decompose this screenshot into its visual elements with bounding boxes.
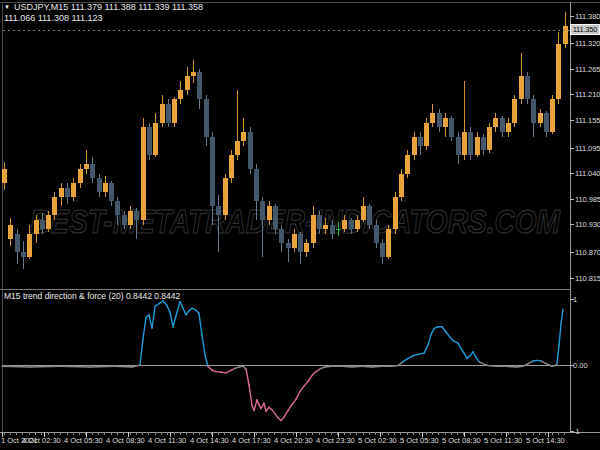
indicator-line-segment (458, 343, 461, 348)
header-values-line: 111.066 111.308 111.123 (4, 13, 103, 23)
indicator-line-segment (173, 312, 177, 327)
indicator-line-segment (155, 304, 159, 307)
current-price-box: 111.350 (570, 24, 600, 35)
candle (361, 206, 366, 220)
candle (2, 169, 7, 183)
candle (399, 174, 404, 197)
price-tick-label: 110.985 (575, 195, 600, 204)
candle (84, 164, 89, 169)
indicator-line-segment (528, 361, 533, 364)
candle (342, 220, 347, 229)
candle (59, 188, 64, 197)
price-tick-label: 111.380 (575, 12, 600, 21)
time-tick-label: 4 Oct 20:30 (274, 436, 313, 445)
candle (279, 229, 284, 243)
price-tick-label: 110.815 (575, 274, 600, 283)
indicator-line-segment (226, 370, 231, 373)
price-tick-label: 111.320 (575, 39, 600, 48)
indicator-line-segment (284, 411, 288, 418)
candle (481, 137, 486, 151)
chart-canvas[interactable]: BEST-METATRADER-INDICATORS.COM (0, 0, 600, 450)
candle (349, 220, 354, 229)
candle (134, 211, 139, 220)
candle (437, 113, 442, 127)
indicator-line-segment (266, 407, 269, 411)
candle (412, 137, 417, 156)
indicator-line-segment (506, 366, 516, 367)
candle (500, 118, 505, 132)
candle (556, 44, 561, 100)
candle (386, 229, 391, 257)
candle (456, 137, 461, 156)
symbol-ohlc-text: USDJPY,M15 111.379 111.388 111.339 111.3… (14, 2, 203, 12)
indicator-line-segment (264, 403, 266, 411)
indicator-line-segment (320, 367, 325, 369)
candle (449, 118, 454, 137)
price-tick-label: 111.095 (575, 144, 600, 153)
candle (191, 72, 196, 77)
candle (393, 197, 398, 229)
indicator-line-segment (408, 356, 413, 359)
candle (405, 155, 410, 174)
candle (544, 113, 549, 132)
indicator-line-segment (413, 354, 418, 355)
indicator-line-segment (557, 345, 559, 363)
candle (153, 123, 158, 155)
indicator-line-segment (304, 382, 308, 387)
indicator-line-segment (249, 385, 252, 405)
indicator-line-segment (446, 332, 450, 337)
indicator-line-segment (140, 339, 143, 365)
indicator-line-segment (167, 306, 170, 313)
candle (475, 137, 480, 156)
candle (147, 127, 152, 155)
candle (430, 113, 435, 122)
indicator-line-segment (143, 317, 146, 338)
candle (292, 234, 297, 248)
indicator-line-segment (559, 324, 561, 345)
indicator-line-segment (177, 302, 180, 313)
dropdown-arrow-icon[interactable]: ▼ (4, 3, 10, 12)
candle (493, 118, 498, 127)
time-tick-label: 4 Oct 17:30 (232, 436, 271, 445)
indicator-chart[interactable] (2, 301, 570, 420)
candle (506, 123, 511, 132)
candle (418, 137, 423, 146)
indicator-line-segment (257, 400, 259, 405)
indicator-line-segment (152, 306, 155, 328)
time-tick-label: 5 Oct 02:30 (358, 436, 397, 445)
time-tick-label: 4 Oct 02:30 (22, 436, 61, 445)
indicator-line-segment (221, 372, 226, 373)
candle (468, 132, 473, 155)
chart-header: ▼ USDJPY,M15 111.379 111.388 111.339 111… (4, 2, 203, 12)
time-tick-label: 5 Oct 11:30 (484, 436, 522, 445)
candle (267, 206, 272, 220)
price-tick-label: 111.040 (575, 169, 600, 178)
candle (330, 225, 335, 234)
indicator-line-segment (246, 369, 249, 385)
candle (443, 118, 448, 127)
candle (27, 234, 32, 257)
candle (128, 211, 133, 225)
candle (21, 252, 26, 257)
candle (15, 234, 20, 253)
indicator-line-segment (288, 405, 292, 411)
indicator-tick-label: -1 (573, 427, 580, 436)
indicator-line-segment (202, 335, 205, 355)
indicator-line-segment (30, 366, 60, 367)
indicator-line-segment (442, 327, 446, 332)
candle (424, 123, 429, 146)
price-tick-label: 110.930 (575, 220, 600, 229)
indicator-line-segment (403, 358, 408, 361)
indicator-line-segment (316, 369, 320, 372)
indicator-line-segment (561, 309, 563, 324)
indicator-line-segment (180, 302, 183, 309)
candle (65, 188, 70, 197)
candle (34, 220, 39, 234)
indicator-line-segment (163, 301, 167, 306)
candle (538, 113, 543, 122)
time-tick-label: 5 Oct 14:30 (526, 436, 565, 445)
price-tick-label: 111.155 (575, 116, 600, 125)
indicator-line-segment (208, 366, 212, 370)
indicator-line-segment (342, 366, 352, 367)
candle (71, 183, 76, 197)
